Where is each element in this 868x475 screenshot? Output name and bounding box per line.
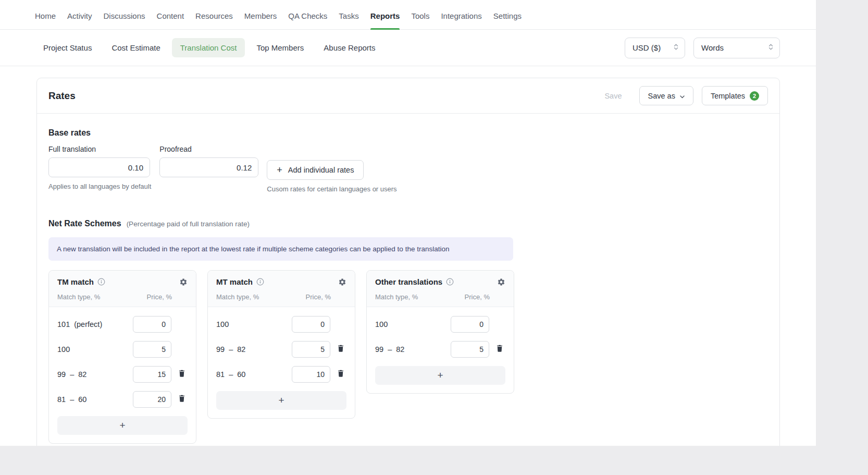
- info-icon[interactable]: [256, 278, 264, 286]
- price-input[interactable]: [133, 341, 171, 358]
- scheme-row: 100: [57, 341, 188, 358]
- price-input[interactable]: [451, 316, 489, 333]
- save-as-label: Save as: [648, 92, 675, 100]
- match-type-label: 99 – 82: [375, 345, 451, 354]
- nav-item-activity[interactable]: Activity: [67, 11, 92, 29]
- price-input[interactable]: [292, 341, 330, 358]
- price-input[interactable]: [292, 366, 330, 383]
- unit-select[interactable]: Words: [693, 38, 780, 58]
- scheme-title-row: Other translations: [375, 277, 505, 286]
- price-column-label: Price, %: [465, 293, 490, 301]
- nav-item-content[interactable]: Content: [157, 11, 184, 29]
- scheme-column-headers: Match type, %Price, %: [216, 293, 346, 301]
- scheme-column-headers: Match type, %Price, %: [57, 293, 188, 301]
- updown-caret-icon: [768, 43, 773, 52]
- scheme-body: 10099 – 82+: [367, 307, 514, 393]
- nav-item-home[interactable]: Home: [35, 11, 56, 29]
- scheme-title: TM match: [57, 277, 94, 286]
- price-input[interactable]: [133, 316, 171, 333]
- scheme-row: 81 – 60: [57, 391, 188, 408]
- gear-icon[interactable]: [338, 278, 346, 286]
- scheme-column-headers: Match type, %Price, %: [375, 293, 505, 301]
- proofread-input[interactable]: [159, 157, 258, 177]
- full-translation-input[interactable]: [48, 157, 150, 177]
- gear-icon[interactable]: [497, 278, 505, 286]
- top-nav: HomeActivityDiscussionsContentResourcesM…: [0, 0, 816, 30]
- tab-project-status[interactable]: Project Status: [35, 38, 100, 57]
- tab-top-members[interactable]: Top Members: [248, 38, 312, 57]
- nav-item-reports[interactable]: Reports: [370, 11, 400, 29]
- match-type-column-label: Match type, %: [57, 293, 100, 301]
- trash-icon: [179, 370, 185, 379]
- price-input[interactable]: [292, 316, 330, 333]
- info-banner: A new translation will be included in th…: [48, 237, 513, 261]
- full-translation-hint: Applies to all languages by default: [48, 182, 151, 190]
- nav-item-qa-checks[interactable]: QA Checks: [288, 11, 327, 29]
- add-row-button[interactable]: +: [216, 391, 346, 410]
- scheme-row: 99 – 82: [57, 366, 188, 383]
- scheme-row: 81 – 60: [216, 366, 346, 383]
- scheme-row: 100: [375, 316, 505, 333]
- schemes-row: TM matchMatch type, %Price, %101 (perfec…: [48, 270, 768, 446]
- templates-button[interactable]: Templates 2: [702, 86, 768, 105]
- add-individual-rates-label: Add individual rates: [288, 166, 354, 174]
- scheme-card-mt-match: MT matchMatch type, %Price, %10099 – 828…: [207, 270, 355, 419]
- info-icon[interactable]: [446, 278, 454, 286]
- scheme-row: 99 – 82: [216, 341, 346, 358]
- nav-item-discussions[interactable]: Discussions: [104, 11, 145, 29]
- price-input[interactable]: [133, 366, 171, 383]
- scheme-head: MT matchMatch type, %Price, %: [208, 271, 355, 307]
- add-row-button[interactable]: +: [375, 366, 505, 385]
- proofread-label: Proofread: [159, 145, 258, 153]
- templates-count-badge: 2: [750, 91, 759, 101]
- net-rate-schemes-title: Net Rate Schemes: [48, 219, 121, 228]
- price-input[interactable]: [451, 341, 489, 358]
- scheme-body: 10099 – 8281 – 60+: [208, 307, 355, 418]
- base-rates-title: Base rates: [48, 128, 768, 138]
- delete-row-button[interactable]: [176, 395, 188, 404]
- scheme-card-tm-match: TM matchMatch type, %Price, %101 (perfec…: [48, 270, 196, 444]
- tab-abuse-reports[interactable]: Abuse Reports: [315, 38, 383, 57]
- nav-item-members[interactable]: Members: [244, 11, 277, 29]
- price-column-label: Price, %: [147, 293, 172, 301]
- currency-select[interactable]: USD ($): [625, 38, 685, 58]
- match-type-label: 101 (perfect): [57, 320, 133, 328]
- rates-actions: Save Save as Templates 2: [596, 86, 768, 105]
- nav-item-integrations[interactable]: Integrations: [441, 11, 481, 29]
- match-type-label: 100: [216, 320, 292, 328]
- tab-translation-cost[interactable]: Translation Cost: [172, 38, 245, 57]
- add-row-button[interactable]: +: [57, 416, 188, 435]
- rates-card-body: Base rates Full translation Applies to a…: [37, 114, 779, 446]
- tab-cost-estimate[interactable]: Cost Estimate: [103, 38, 168, 57]
- unit-select-value: Words: [701, 43, 724, 52]
- gear-icon[interactable]: [179, 278, 188, 286]
- nav-item-tasks[interactable]: Tasks: [339, 11, 358, 29]
- rates-card-header: Rates Save Save as Templates 2: [37, 78, 779, 114]
- match-type-column-label: Match type, %: [216, 293, 259, 301]
- save-as-button[interactable]: Save as: [639, 86, 693, 105]
- rates-title: Rates: [48, 90, 76, 102]
- scheme-head: TM matchMatch type, %Price, %: [49, 271, 196, 307]
- net-rate-schemes-header: Net Rate Schemes (Percentage paid of ful…: [48, 219, 768, 228]
- delete-row-button[interactable]: [176, 370, 188, 379]
- scheme-row: 100: [216, 316, 346, 333]
- price-input[interactable]: [133, 391, 171, 408]
- info-icon[interactable]: [97, 278, 105, 286]
- nav-item-resources[interactable]: Resources: [195, 11, 233, 29]
- delete-row-button[interactable]: [335, 370, 346, 379]
- match-type-label: 100: [57, 345, 133, 354]
- add-individual-rates-button[interactable]: + Add individual rates: [267, 160, 364, 180]
- scheme-card-other-translations: Other translationsMatch type, %Price, %1…: [366, 270, 514, 394]
- delete-row-button[interactable]: [335, 345, 346, 354]
- updown-caret-icon: [674, 43, 678, 52]
- scheme-body: 101 (perfect)10099 – 8281 – 60+: [49, 307, 196, 443]
- nav-item-settings[interactable]: Settings: [493, 11, 522, 29]
- save-button[interactable]: Save: [596, 86, 630, 105]
- scheme-title: Other translations: [375, 277, 442, 286]
- rates-card: Rates Save Save as Templates 2 Base rate…: [36, 78, 780, 446]
- nav-item-tools[interactable]: Tools: [411, 11, 429, 29]
- match-type-label: 100: [375, 320, 451, 328]
- match-type-label: 81 – 60: [57, 395, 133, 404]
- match-type-column-label: Match type, %: [375, 293, 418, 301]
- delete-row-button[interactable]: [494, 345, 505, 354]
